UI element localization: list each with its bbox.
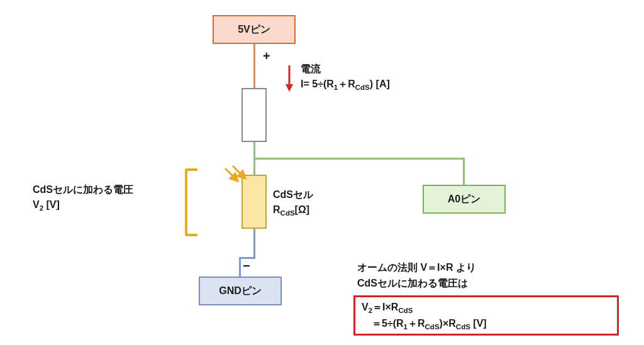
resistor-r1-box: [242, 88, 267, 142]
current-equation: I= 5÷(R1＋RCdS) [A]: [301, 77, 390, 93]
pin-5v-box: 5Vピン: [213, 15, 296, 44]
current-arrow-icon: [284, 64, 294, 92]
ohms-law-line2: CdSセルに加わる電圧は: [357, 276, 476, 292]
minus-sign: −: [243, 259, 250, 273]
plus-sign: +: [263, 49, 270, 63]
cds-name: CdSセル: [273, 187, 313, 202]
cds-voltage-line1: CdSセルに加わる電圧: [33, 182, 133, 197]
voltage-bracket-icon: [185, 168, 197, 236]
ohms-law-intro: オームの法則 V＝I×R より CdSセルに加わる電圧は: [357, 260, 476, 292]
cds-voltage-line2: V2 [V]: [33, 197, 133, 214]
ohms-law-eq-line1: V2＝I×RCdS: [362, 300, 611, 316]
current-label: 電流 I= 5÷(R1＋RCdS) [A]: [301, 62, 390, 93]
ohms-law-eq-line2: ＝5÷(R1＋RCdS)×RCdS [V]: [362, 316, 611, 332]
svg-marker-1: [286, 84, 293, 92]
pin-a0-box: A0ピン: [423, 185, 506, 214]
wire-node-to-cds: [253, 158, 255, 175]
ohms-law-result-box: V2＝I×RCdS ＝5÷(R1＋RCdS)×RCdS [V]: [353, 295, 619, 336]
pin-5v-label: 5Vピン: [238, 23, 270, 36]
ohms-law-line1: オームの法則 V＝I×R より: [357, 260, 476, 276]
cds-voltage-label: CdSセルに加わる電圧 V2 [V]: [33, 182, 133, 214]
wire-node-to-a0-h: [253, 158, 465, 160]
wire-cds-to-gnd-v2: [239, 257, 241, 277]
wire-5v-to-resistor: [253, 44, 255, 88]
wire-node-to-a0-v: [463, 158, 465, 185]
current-title: 電流: [301, 62, 390, 77]
pin-gnd-label: GNDピン: [219, 285, 262, 298]
cds-resistance: RCdS[Ω]: [273, 202, 313, 219]
wire-cds-to-gnd-v: [253, 229, 255, 259]
cds-label: CdSセル RCdS[Ω]: [273, 187, 313, 219]
wire-resistor-to-node: [253, 142, 255, 160]
light-arrows-icon: [221, 165, 248, 191]
pin-gnd-box: GNDピン: [199, 277, 282, 305]
pin-a0-label: A0ピン: [448, 193, 480, 206]
